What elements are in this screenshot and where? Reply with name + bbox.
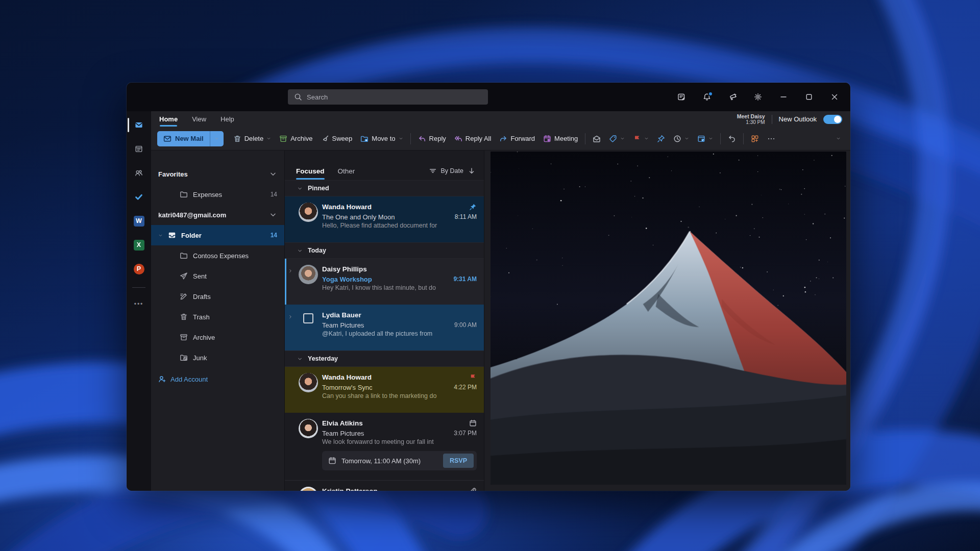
categorize-button[interactable] <box>605 131 628 146</box>
subject: The One and Only Moon <box>322 213 395 221</box>
rules-button[interactable] <box>694 131 717 146</box>
search-input[interactable] <box>307 93 482 101</box>
move-to-button[interactable]: Move to <box>357 131 406 146</box>
rail-powerpoint-button[interactable]: P <box>127 263 151 274</box>
avatar <box>299 419 318 438</box>
new-mail-split-button[interactable]: New Mail <box>157 131 224 146</box>
expand-thread-chevron[interactable] <box>288 264 295 305</box>
more-options-button[interactable] <box>764 131 779 146</box>
whats-new-button[interactable] <box>721 88 744 106</box>
chevron-down-icon <box>158 233 163 238</box>
folder-expenses[interactable]: Expenses 14 <box>151 184 284 205</box>
folder-inbox-selected[interactable]: Folder 14 <box>151 225 284 245</box>
word-icon: W <box>134 216 144 227</box>
rsvp-time-label: Tomorrow, 11:00 AM (30m) <box>341 457 421 465</box>
inbox-count: 14 <box>271 232 277 239</box>
group-yesterday[interactable]: Yesterday <box>285 350 484 367</box>
tab-other[interactable]: Other <box>338 167 355 175</box>
search-icon <box>294 93 302 101</box>
new-outlook-toggle[interactable] <box>823 115 842 124</box>
folder-trash[interactable]: Trash <box>151 307 284 327</box>
read-unread-button[interactable] <box>589 131 604 146</box>
message-checkbox[interactable] <box>303 313 313 323</box>
message-row[interactable]: Kristin Patterson <box>285 481 484 491</box>
sender: Wanda Howard <box>322 373 372 381</box>
rail-excel-button[interactable]: X <box>127 239 151 251</box>
favorites-header[interactable]: Favorites <box>151 164 284 184</box>
settings-button[interactable] <box>746 88 770 106</box>
maximize-icon <box>805 93 813 101</box>
reply-button[interactable]: Reply <box>414 131 450 146</box>
message-row[interactable]: Daisy Phillips Yoga Workshop9:31 AM Hey … <box>285 259 484 305</box>
preview: Can you share a link to the marketing do <box>322 392 477 403</box>
minimize-button[interactable] <box>772 88 795 106</box>
junk-icon <box>180 354 188 362</box>
folder-contoso-expenses[interactable]: Contoso Expenses <box>151 245 284 266</box>
apps-button[interactable] <box>747 131 763 146</box>
ribbon-toolbar: New Mail Delete Archive Sweep Move to Re… <box>151 127 850 151</box>
new-mail-button[interactable]: New Mail <box>157 131 210 146</box>
folder-archive[interactable]: Archive <box>151 327 284 347</box>
search-box[interactable] <box>288 89 488 105</box>
reply-all-button[interactable]: Reply All <box>451 131 495 146</box>
group-today[interactable]: Today <box>285 242 484 259</box>
expand-thread-chevron[interactable] <box>288 310 295 350</box>
folder-sent[interactable]: Sent <box>151 266 284 286</box>
email-image-preview <box>491 152 846 485</box>
notifications-button[interactable] <box>695 88 719 106</box>
folder-junk[interactable]: Junk <box>151 347 284 368</box>
forward-label: Forward <box>510 135 535 142</box>
envelope-icon <box>593 135 601 143</box>
rail-mail-button[interactable] <box>127 119 151 131</box>
maximize-button[interactable] <box>797 88 821 106</box>
paperclip-icon <box>469 487 477 491</box>
message-row[interactable]: Elvia Atikins Team Pictures3:07 PM We lo… <box>285 413 484 480</box>
subject: Yoga Workshop <box>322 276 372 283</box>
notes-feedback-button[interactable] <box>670 88 693 106</box>
message-row[interactable]: Wanda Howard The One and Only Moon8:11 A… <box>285 196 484 242</box>
chevron-right-icon <box>288 314 293 319</box>
tab-help[interactable]: Help <box>220 115 234 123</box>
new-mail-dropdown[interactable] <box>210 131 224 146</box>
snooze-button[interactable] <box>670 131 693 146</box>
flag-button[interactable] <box>629 131 652 146</box>
add-account-button[interactable]: Add Account <box>151 369 284 389</box>
message-row[interactable]: Wanda Howard Tomorrow's Sync4:22 PM Can … <box>285 367 484 413</box>
meeting-calendar-icon <box>543 135 551 143</box>
preview: Hello, Please find attached document for <box>322 222 477 232</box>
tab-home[interactable]: Home <box>159 115 178 123</box>
rsvp-button[interactable]: RSVP <box>443 454 474 468</box>
rail-todo-button[interactable] <box>127 191 151 203</box>
message-row-selected[interactable]: Lydia Bauer Team Pictures9:00 AM @Katri,… <box>285 305 484 350</box>
sweep-button[interactable]: Sweep <box>317 131 356 146</box>
archive-button[interactable]: Archive <box>276 131 316 146</box>
forward-button[interactable]: Forward <box>496 131 538 146</box>
meeting-reminder[interactable]: Meet Daisy 1:30 PM <box>737 113 765 126</box>
chevron-down-icon <box>269 211 277 219</box>
sort-by-date[interactable]: By Date <box>429 167 476 175</box>
tab-focused[interactable]: Focused <box>296 167 325 175</box>
group-pinned[interactable]: Pinned <box>285 180 484 196</box>
undo-button[interactable] <box>724 131 740 146</box>
folder-drafts[interactable]: Drafts <box>151 286 284 307</box>
chevron-down-icon <box>620 136 625 141</box>
toolbar-divider <box>410 133 411 144</box>
filter-icon <box>429 167 437 175</box>
rail-calendar-button[interactable] <box>127 143 151 155</box>
chevron-down-icon <box>708 136 713 141</box>
flag-icon <box>633 135 641 143</box>
avatar <box>299 373 318 392</box>
tab-view[interactable]: View <box>192 115 206 123</box>
message-time: 3:07 PM <box>454 430 477 437</box>
close-button[interactable] <box>823 88 846 106</box>
account-header[interactable]: katri0487@gmail.com <box>151 205 284 225</box>
collapse-ribbon-button[interactable] <box>832 131 844 146</box>
rail-more-apps-button[interactable]: ••• <box>134 300 144 308</box>
avatar <box>299 487 318 491</box>
delete-button[interactable]: Delete <box>230 131 275 146</box>
pin-button[interactable] <box>653 131 669 146</box>
rail-word-button[interactable]: W <box>127 215 151 227</box>
rail-people-button[interactable] <box>127 167 151 179</box>
archive-label: Archive <box>290 135 312 142</box>
meeting-button[interactable]: Meeting <box>540 131 581 146</box>
